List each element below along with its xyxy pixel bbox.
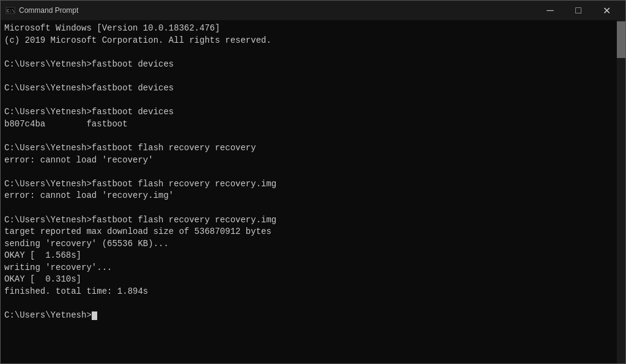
- terminal-line: error: cannot load 'recovery': [4, 155, 153, 165]
- cmd-icon: C:\_: [6, 5, 15, 15]
- maximize-button[interactable]: □: [564, 1, 592, 20]
- terminal-line: Microsoft Windows [Version 10.0.18362.47…: [4, 23, 220, 33]
- terminal-line: writing 'recovery'...: [4, 263, 112, 272]
- scrollbar-thumb[interactable]: [617, 21, 625, 58]
- terminal-line: OKAY [ 0.310s]: [4, 274, 81, 284]
- terminal-line: finished. total time: 1.894s: [4, 286, 148, 296]
- terminal-line: C:\Users\Yetnesh>fastboot flash recovery…: [4, 215, 276, 225]
- title-bar: C:\_ Command Prompt ─ □ ✕: [1, 1, 625, 20]
- terminal-line: b807c4ba fastboot: [4, 119, 128, 129]
- svg-text:C:\_: C:\_: [7, 9, 15, 13]
- close-button[interactable]: ✕: [592, 1, 620, 20]
- terminal-line: OKAY [ 1.568s]: [4, 250, 81, 260]
- minimize-button[interactable]: ─: [536, 1, 564, 20]
- terminal-line: C:\Users\Yetnesh>fastboot devices: [4, 59, 174, 69]
- content-area: Microsoft Windows [Version 10.0.18362.47…: [1, 20, 625, 363]
- terminal-cursor: [92, 311, 97, 320]
- terminal-line: target reported max download size of 536…: [4, 227, 271, 236]
- terminal-line: C:\Users\Yetnesh>fastboot flash recovery…: [4, 143, 256, 153]
- terminal-line: sending 'recovery' (65536 KB)...: [4, 239, 169, 249]
- terminal-line: C:\Users\Yetnesh>fastboot devices: [4, 107, 174, 117]
- terminal-line: C:\Users\Yetnesh>: [4, 310, 97, 320]
- scrollbar[interactable]: [617, 20, 625, 363]
- terminal-line: C:\Users\Yetnesh>fastboot devices: [4, 83, 174, 93]
- terminal-line: error: cannot load 'recovery.img': [4, 191, 174, 200]
- terminal-output[interactable]: Microsoft Windows [Version 10.0.18362.47…: [1, 20, 617, 363]
- window-controls: ─ □ ✕: [536, 1, 620, 20]
- terminal-line: (c) 2019 Microsoft Corporation. All righ…: [4, 35, 271, 45]
- cmd-window: C:\_ Command Prompt ─ □ ✕ Microsoft Wind…: [0, 0, 626, 364]
- window-title: Command Prompt: [19, 6, 536, 15]
- terminal-line: C:\Users\Yetnesh>fastboot flash recovery…: [4, 179, 276, 189]
